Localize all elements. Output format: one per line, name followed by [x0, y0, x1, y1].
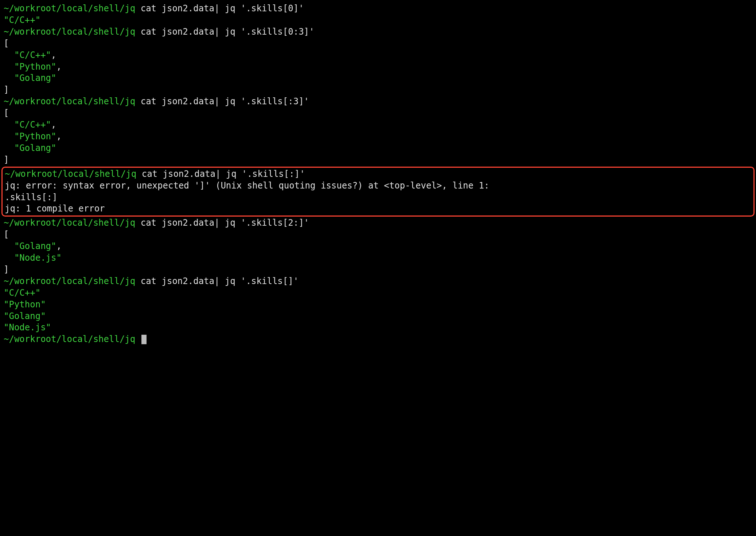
output-text: ]	[4, 264, 9, 275]
output-indent	[4, 143, 14, 153]
output-text: .skills[:]	[5, 192, 58, 202]
output-string: "Golang"	[14, 143, 56, 153]
output-text: [	[4, 38, 9, 48]
terminal-line: ~/workroot/local/shell/jq cat json2.data…	[4, 276, 752, 287]
output-string: "Python"	[4, 299, 46, 310]
terminal-window[interactable]: ~/workroot/local/shell/jq cat json2.data…	[4, 3, 752, 345]
terminal-line: "Python"	[4, 299, 752, 311]
terminal-line: ~/workroot/local/shell/jq cat json2.data…	[4, 96, 752, 108]
terminal-line: [	[4, 229, 752, 241]
output-punct: ,	[56, 131, 62, 141]
shell-prompt: ~/workroot/local/shell/jq	[4, 276, 135, 286]
output-string: "C/C++"	[4, 288, 40, 298]
terminal-line: "C/C++",	[4, 119, 752, 131]
shell-command: cat json2.data| jq '.skills[]'	[135, 276, 299, 286]
terminal-line: "Golang"	[4, 143, 752, 154]
shell-prompt: ~/workroot/local/shell/jq	[4, 96, 135, 106]
terminal-line: "C/C++",	[4, 50, 752, 61]
terminal-line: "Python",	[4, 61, 752, 73]
output-punct: ,	[51, 120, 56, 130]
terminal-line: "C/C++"	[4, 287, 752, 299]
terminal-line: "Node.js"	[4, 252, 752, 264]
terminal-line: ~/workroot/local/shell/jq cat json2.data…	[5, 168, 751, 180]
output-text: jq: 1 compile error	[5, 203, 105, 214]
output-punct: ,	[56, 241, 62, 251]
output-indent	[4, 73, 14, 83]
output-string: "C/C++"	[4, 15, 40, 25]
shell-prompt: ~/workroot/local/shell/jq	[5, 169, 136, 179]
terminal-line: [	[4, 108, 752, 119]
output-punct: ,	[56, 62, 62, 72]
shell-prompt: ~/workroot/local/shell/jq	[4, 3, 135, 13]
terminal-line: ~/workroot/local/shell/jq cat json2.data…	[4, 217, 752, 229]
output-string: "Golang"	[4, 311, 46, 321]
terminal-line: "Golang",	[4, 241, 752, 252]
output-text: [	[4, 108, 9, 118]
output-string: "Node.js"	[4, 322, 51, 333]
output-indent	[4, 241, 14, 251]
shell-command: cat json2.data| jq '.skills[0]'	[135, 3, 304, 13]
output-string: "Python"	[14, 131, 56, 141]
terminal-line: jq: error: syntax error, unexpected ']' …	[5, 180, 751, 192]
shell-command: cat json2.data| jq '.skills[:]'	[136, 169, 305, 179]
output-string: "Node.js"	[14, 253, 62, 263]
terminal-line: ]	[4, 84, 752, 96]
terminal-line: "Golang"	[4, 311, 752, 322]
output-indent	[4, 62, 14, 72]
terminal-line: "Python",	[4, 131, 752, 143]
terminal-line: ~/workroot/local/shell/jq cat json2.data…	[4, 26, 752, 38]
output-string: "C/C++"	[14, 120, 51, 130]
output-string: "Golang"	[14, 73, 56, 83]
output-punct: ,	[51, 50, 56, 60]
output-text: ]	[4, 155, 9, 165]
terminal-line: "Golang"	[4, 73, 752, 84]
output-string: "C/C++"	[14, 50, 51, 60]
shell-prompt: ~/workroot/local/shell/jq	[4, 218, 135, 228]
shell-command: cat json2.data| jq '.skills[:3]'	[135, 96, 309, 106]
output-indent	[4, 253, 14, 263]
output-string: "Python"	[14, 62, 56, 72]
terminal-line: ~/workroot/local/shell/jq cat json2.data…	[4, 3, 752, 15]
terminal-line: jq: 1 compile error	[5, 203, 751, 215]
terminal-line: "Node.js"	[4, 322, 752, 334]
output-text: jq: error: syntax error, unexpected ']' …	[5, 180, 489, 191]
output-indent	[4, 131, 14, 141]
output-string: "Golang"	[14, 241, 56, 251]
error-highlight-box: ~/workroot/local/shell/jq cat json2.data…	[1, 167, 755, 217]
shell-prompt: ~/workroot/local/shell/jq	[4, 334, 135, 344]
shell-command: cat json2.data| jq '.skills[2:]'	[135, 218, 309, 228]
terminal-line: .skills[:]	[5, 192, 751, 203]
terminal-line: ]	[4, 154, 752, 166]
output-indent	[4, 50, 14, 60]
output-text: [	[4, 229, 9, 240]
terminal-line: [	[4, 38, 752, 50]
terminal-line: "C/C++"	[4, 15, 752, 26]
cursor	[141, 335, 147, 344]
shell-prompt: ~/workroot/local/shell/jq	[4, 27, 135, 37]
output-indent	[4, 120, 14, 130]
shell-command	[135, 334, 140, 344]
output-text: ]	[4, 85, 9, 95]
terminal-line: ~/workroot/local/shell/jq	[4, 334, 752, 345]
shell-command: cat json2.data| jq '.skills[0:3]'	[135, 27, 314, 37]
terminal-line: ]	[4, 264, 752, 276]
